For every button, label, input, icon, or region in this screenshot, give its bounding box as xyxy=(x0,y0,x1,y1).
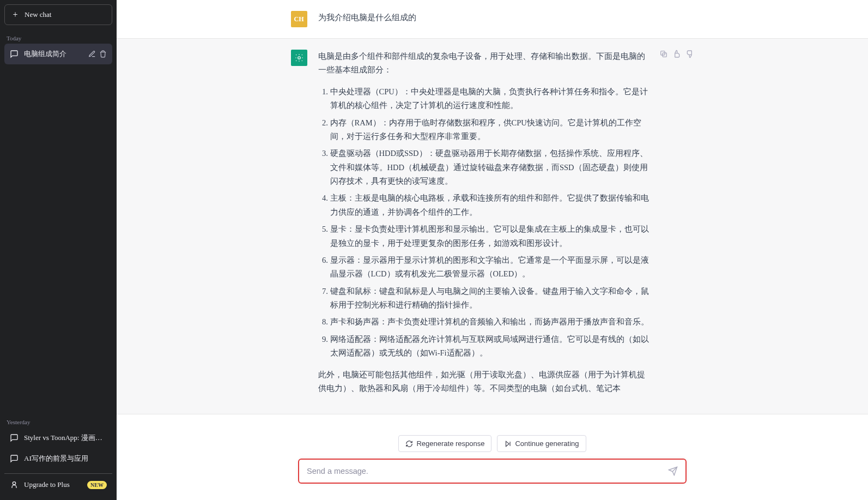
section-label-today: Today xyxy=(0,29,117,44)
upgrade-button[interactable]: Upgrade to Plus NEW xyxy=(4,473,112,496)
main-panel: CH 为我介绍电脑是什么组成的 电脑是由多个组件和部件组成的复杂电子设备，用于处… xyxy=(117,0,868,500)
list-item: 显示器：显示器用于显示计算机的图形和文字输出。它通常是一个平面显示屏，可以是液晶… xyxy=(330,254,651,281)
copy-icon[interactable] xyxy=(659,50,668,58)
assistant-outro: 此外，电脑还可能包括其他组件，如光驱（用于读取光盘）、电源供应器（用于为计算机提… xyxy=(318,368,651,396)
continue-button[interactable]: Continue generating xyxy=(497,435,586,452)
regenerate-button[interactable]: Regenerate response xyxy=(398,435,491,452)
conversation-item[interactable]: 电脑组成简介 xyxy=(4,44,112,64)
edit-icon[interactable] xyxy=(88,50,96,58)
conversation-item[interactable]: Styler vs ToonApp: 漫画脸优劣 xyxy=(4,427,112,448)
new-chat-button[interactable]: + New chat xyxy=(4,4,112,25)
assistant-message: 电脑是由多个组件和部件组成的复杂电子设备，用于处理、存储和输出数据。下面是电脑的… xyxy=(117,38,868,414)
message-input[interactable] xyxy=(307,467,668,475)
svg-point-1 xyxy=(298,57,300,59)
list-item: 声卡和扬声器：声卡负责处理计算机的音频输入和输出，而扬声器用于播放声音和音乐。 xyxy=(330,315,651,329)
list-item: 主板：主板是电脑的核心电路板，承载和连接所有的组件和部件。它提供了数据传输和电力… xyxy=(330,191,651,219)
chat-icon xyxy=(10,454,19,463)
list-item: 内存（RAM）：内存用于临时存储数据和程序，供CPU快速访问。它是计算机的工作空… xyxy=(330,116,651,144)
svg-marker-4 xyxy=(506,441,509,446)
list-item: 键盘和鼠标：键盘和鼠标是人与电脑之间的主要输入设备。键盘用于输入文字和命令，鼠标… xyxy=(330,285,651,312)
thumbs-up-icon[interactable] xyxy=(672,50,681,58)
assistant-list: 中央处理器（CPU）：中央处理器是电脑的大脑，负责执行各种计算任务和指令。它是计… xyxy=(318,85,651,360)
chat-icon xyxy=(10,433,19,442)
message-composer[interactable] xyxy=(298,459,687,484)
list-item: 显卡：显卡负责处理计算机图形和显示输出。它可以是集成在主板上的集成显卡，也可以是… xyxy=(330,222,651,250)
sidebar: + New chat Today 电脑组成简介 Yes xyxy=(0,0,117,500)
send-icon[interactable] xyxy=(668,466,678,476)
conversation-list-yesterday: Styler vs ToonApp: 漫画脸优劣 AI写作的前景与应用 xyxy=(0,427,117,469)
trash-icon[interactable] xyxy=(99,50,107,58)
composer-area: Regenerate response Continue generating xyxy=(117,424,868,500)
new-badge: NEW xyxy=(87,481,107,489)
refresh-icon xyxy=(405,440,413,448)
conversation-title: AI写作的前景与应用 xyxy=(24,454,107,463)
conversation-item[interactable]: AI写作的前景与应用 xyxy=(4,448,112,469)
svg-point-0 xyxy=(13,482,15,485)
continue-label: Continue generating xyxy=(515,439,579,448)
conversation-title: Styler vs ToonApp: 漫画脸优劣 xyxy=(24,433,107,443)
list-item: 中央处理器（CPU）：中央处理器是电脑的大脑，负责执行各种计算任务和指令。它是计… xyxy=(330,85,651,113)
thumbs-down-icon[interactable] xyxy=(685,50,694,58)
regenerate-label: Regenerate response xyxy=(416,439,484,448)
chat-icon xyxy=(10,50,19,58)
continue-icon xyxy=(504,440,512,448)
user-message-text: 为我介绍电脑是什么组成的 xyxy=(318,11,651,27)
list-item: 网络适配器：网络适配器允许计算机与互联网或局域网进行通信。它可以是有线的（如以太… xyxy=(330,333,651,360)
plus-icon: + xyxy=(11,11,19,19)
new-chat-label: New chat xyxy=(25,10,51,19)
user-icon xyxy=(10,480,19,489)
user-avatar: CH xyxy=(291,11,307,27)
user-message: CH 为我介绍电脑是什么组成的 xyxy=(117,0,868,38)
assistant-message-text: 电脑是由多个组件和部件组成的复杂电子设备，用于处理、存储和输出数据。下面是电脑的… xyxy=(318,50,651,403)
upgrade-label: Upgrade to Plus xyxy=(24,480,70,489)
list-item: 硬盘驱动器（HDD或SSD）：硬盘驱动器用于长期存储数据，包括操作系统、应用程序… xyxy=(330,147,651,188)
assistant-intro: 电脑是由多个组件和部件组成的复杂电子设备，用于处理、存储和输出数据。下面是电脑的… xyxy=(318,50,651,77)
conversation-title: 电脑组成简介 xyxy=(24,49,83,59)
message-actions xyxy=(661,50,694,403)
conversation-list-today: 电脑组成简介 xyxy=(0,44,117,64)
assistant-avatar xyxy=(291,50,307,66)
section-label-yesterday: Yesterday xyxy=(0,413,117,427)
